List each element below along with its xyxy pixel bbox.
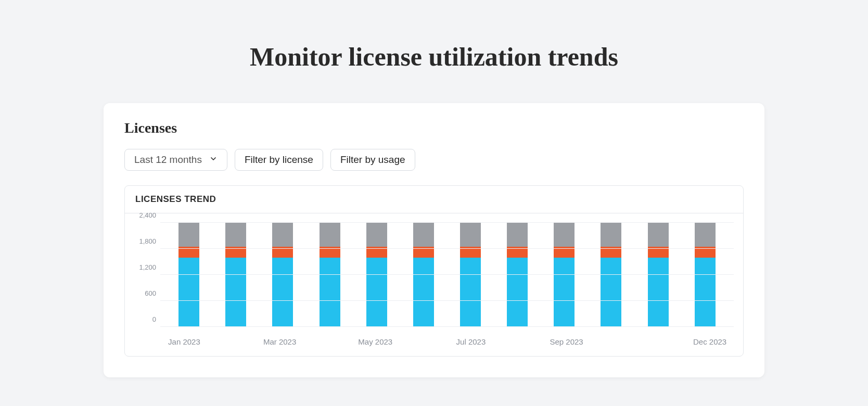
bar-segment	[272, 223, 293, 247]
filter-by-usage-label: Filter by usage	[340, 154, 405, 166]
x-tick: Mar 2023	[263, 337, 296, 346]
bar-segment	[601, 223, 621, 247]
chart-card: LICENSES TREND 06001,2001,8002,400 Jan 2…	[124, 185, 744, 357]
gridline	[160, 300, 734, 301]
bar	[366, 223, 387, 327]
x-tick: Jan 2023	[168, 337, 200, 346]
bar-segment	[554, 258, 575, 327]
bar-segment	[460, 258, 481, 327]
bar-segment	[178, 223, 199, 247]
bar	[554, 223, 575, 327]
bar-segment	[320, 223, 340, 247]
y-tick: 1,800	[139, 237, 156, 245]
bar	[178, 223, 199, 327]
bar-segment	[272, 258, 293, 327]
bar-segment	[178, 258, 199, 327]
filter-by-usage-button[interactable]: Filter by usage	[330, 149, 415, 171]
x-axis: Jan 2023Mar 2023May 2023Jul 2023Sep 2023…	[160, 337, 734, 350]
plot-wrapper: 06001,2001,8002,400	[134, 223, 734, 327]
bar-segment	[648, 223, 669, 247]
bar-segment	[648, 258, 669, 327]
bar-segment	[413, 258, 434, 327]
chevron-down-icon	[209, 154, 218, 166]
bar-segment	[366, 258, 387, 327]
bar	[225, 223, 246, 327]
bar-segment	[601, 258, 621, 327]
bar-segment	[554, 223, 575, 247]
bar-segment	[366, 223, 387, 247]
bar	[320, 223, 340, 327]
page-container: Monitor license utilization trends Licen…	[0, 0, 868, 406]
bar	[272, 223, 293, 327]
bar-segment	[695, 223, 716, 247]
licenses-card: Licenses Last 12 months Filter by licens…	[104, 103, 764, 377]
gridline	[160, 274, 734, 275]
bar-segment	[413, 223, 434, 247]
bar-segment	[460, 223, 481, 247]
period-dropdown-label: Last 12 months	[134, 154, 202, 166]
bar	[460, 223, 481, 327]
y-tick: 0	[152, 315, 156, 323]
bar-segment	[507, 258, 528, 327]
bar	[507, 223, 528, 327]
filter-by-license-button[interactable]: Filter by license	[235, 149, 323, 171]
gridline	[160, 222, 734, 223]
section-title: Licenses	[124, 120, 744, 136]
x-tick: May 2023	[358, 337, 392, 346]
bars-container	[160, 223, 734, 327]
bar-segment	[695, 258, 716, 327]
bar-segment	[320, 258, 340, 327]
y-tick: 600	[145, 289, 156, 297]
bar-segment	[225, 223, 246, 247]
bar-segment	[507, 223, 528, 247]
page-title: Monitor license utilization trends	[0, 42, 868, 72]
chart-title: LICENSES TREND	[125, 186, 743, 213]
x-tick: Jul 2023	[456, 337, 486, 346]
plot-area	[160, 223, 734, 327]
filters-row: Last 12 months Filter by license Filter …	[124, 149, 744, 171]
y-axis: 06001,2001,8002,400	[134, 223, 160, 327]
period-dropdown[interactable]: Last 12 months	[124, 149, 227, 171]
filter-by-license-label: Filter by license	[245, 154, 313, 166]
gridline	[160, 248, 734, 249]
y-tick: 1,200	[139, 263, 156, 271]
bar	[648, 223, 669, 327]
x-tick: Sep 2023	[550, 337, 583, 346]
bar	[601, 223, 621, 327]
bar-segment	[225, 258, 246, 327]
bar	[695, 223, 716, 327]
x-tick: Dec 2023	[693, 337, 726, 346]
gridline	[160, 326, 734, 327]
y-tick: 2,400	[139, 211, 156, 219]
bar	[413, 223, 434, 327]
chart-body: 06001,2001,8002,400 Jan 2023Mar 2023May …	[125, 213, 743, 356]
